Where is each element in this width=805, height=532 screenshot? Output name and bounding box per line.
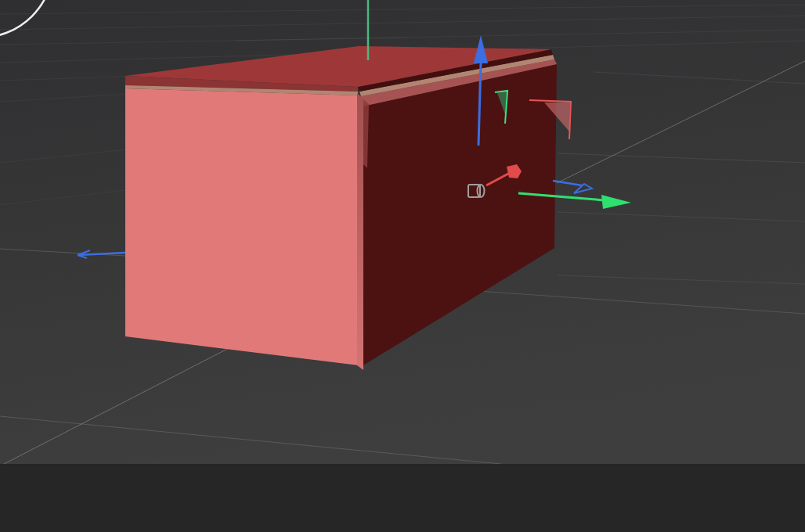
bottom-panel [0, 464, 805, 532]
box-front-edge[interactable] [357, 93, 363, 370]
viewport[interactable] [0, 0, 805, 532]
box-front-face[interactable] [125, 88, 359, 365]
